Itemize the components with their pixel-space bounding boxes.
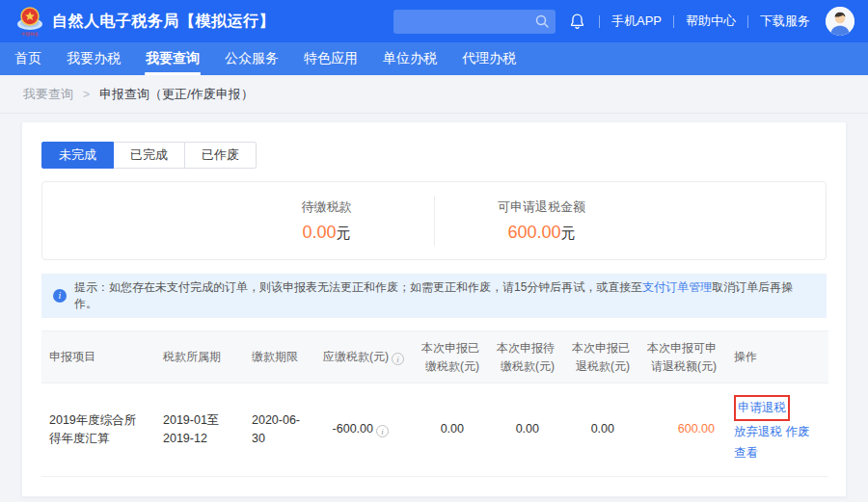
cell-paid: 0.00 bbox=[414, 383, 489, 477]
info-icon[interactable]: i bbox=[392, 353, 404, 365]
col-tax-due: 应缴税款(元)i bbox=[315, 331, 414, 383]
void-link[interactable]: 作废 bbox=[785, 425, 809, 438]
notification-bell-icon[interactable] bbox=[567, 13, 587, 30]
search-icon[interactable] bbox=[534, 13, 550, 33]
summary-panel: 待缴税款 0.00元 可申请退税金额 600.00元 bbox=[41, 181, 827, 260]
breadcrumb-parent[interactable]: 我要查询 bbox=[23, 86, 73, 103]
divider bbox=[673, 15, 674, 28]
info-icon: i bbox=[53, 289, 67, 303]
main-nav: 首页 我要办税 我要查询 公众服务 特色应用 单位办税 代理办税 bbox=[0, 42, 868, 75]
nav-unit-tax[interactable]: 单位办税 bbox=[370, 42, 449, 75]
cell-to-pay: 0.00 bbox=[489, 383, 564, 477]
annotation-highlight-box: 申请退税 bbox=[734, 395, 790, 421]
header-actions: 手机APP 帮助中心 下载服务 bbox=[393, 7, 854, 36]
waive-refund-link[interactable]: 放弃退税 bbox=[734, 425, 782, 438]
divider bbox=[599, 15, 600, 28]
tab-voided[interactable]: 已作废 bbox=[184, 142, 257, 169]
main-content: 未完成 已完成 已作废 待缴税款 0.00元 可申请退税金额 600.00元 i… bbox=[0, 114, 868, 497]
nav-handle-tax[interactable]: 我要办税 bbox=[54, 42, 133, 75]
cell-project: 2019年度综合所得年度汇算 bbox=[41, 383, 155, 477]
stat-refundable-amount: 可申请退税金额 600.00元 bbox=[435, 198, 649, 243]
col-deadline: 缴款期限 bbox=[244, 331, 315, 383]
divider bbox=[747, 15, 748, 28]
header-search[interactable] bbox=[393, 10, 556, 34]
nav-featured-apps[interactable]: 特色应用 bbox=[291, 42, 370, 75]
nav-home[interactable]: 首页 bbox=[2, 42, 54, 75]
stat-label: 待缴税款 bbox=[220, 198, 434, 216]
user-avatar[interactable] bbox=[826, 7, 854, 36]
payment-order-management-link[interactable]: 支付订单管理 bbox=[642, 280, 712, 294]
app-title: 自然人电子税务局【模拟运行】 bbox=[52, 12, 275, 32]
cell-refundable: 600.00 bbox=[639, 383, 726, 477]
tax-bureau-logo-icon: 中国税务 bbox=[15, 5, 44, 38]
link-help-center[interactable]: 帮助中心 bbox=[686, 13, 736, 30]
stat-value: 600.00元 bbox=[435, 223, 649, 243]
tab-unfinished[interactable]: 未完成 bbox=[41, 142, 114, 169]
col-refunded: 本次申报已退税款(元) bbox=[564, 331, 639, 383]
notice-bar: i 提示：如您存在未支付完成的订单，则该申报表无法更正和作废；如需更正和作废，请… bbox=[41, 274, 827, 318]
link-mobile-app[interactable]: 手机APP bbox=[611, 13, 662, 30]
stat-label: 可申请退税金额 bbox=[435, 198, 649, 216]
table-header-row: 申报项目 税款所属期 缴款期限 应缴税款(元)i 本次申报已缴税款(元) 本次申… bbox=[41, 331, 828, 383]
breadcrumb-separator: > bbox=[83, 88, 90, 101]
col-refundable: 本次申报可申请退税额(元) bbox=[639, 331, 726, 383]
brand: 中国税务 自然人电子税务局【模拟运行】 bbox=[15, 5, 275, 38]
notice-text: 提示：如您存在未支付完成的订单，则该申报表无法更正和作废；如需更正和作废，请15… bbox=[74, 279, 815, 312]
col-to-pay: 本次申报待缴税款(元) bbox=[489, 331, 564, 383]
table-row: 2019年度综合所得年度汇算 2019-01至2019-12 2020-06-3… bbox=[41, 383, 828, 477]
col-project: 申报项目 bbox=[41, 331, 155, 383]
nav-agent-tax[interactable]: 代理办税 bbox=[449, 42, 529, 75]
cell-tax-period: 2019-01至2019-12 bbox=[155, 383, 244, 477]
stat-tax-payable: 待缴税款 0.00元 bbox=[220, 198, 434, 243]
cell-operations: 申请退税 放弃退税 作废 查看 bbox=[726, 383, 828, 477]
status-tabs: 未完成 已完成 已作废 bbox=[41, 142, 827, 169]
col-tax-period: 税款所属期 bbox=[155, 331, 244, 383]
svg-text:中国税务: 中国税务 bbox=[21, 32, 40, 37]
app-header: 中国税务 自然人电子税务局【模拟运行】 手机APP 帮助中心 下载服务 bbox=[0, 0, 868, 42]
link-download-service[interactable]: 下载服务 bbox=[760, 13, 810, 30]
declaration-table: 申报项目 税款所属期 缴款期限 应缴税款(元)i 本次申报已缴税款(元) 本次申… bbox=[41, 330, 828, 477]
info-icon[interactable]: i bbox=[376, 425, 389, 437]
cell-deadline: 2020-06-30 bbox=[244, 383, 315, 477]
cell-refunded: 0.00 bbox=[564, 383, 639, 477]
content-card: 未完成 已完成 已作废 待缴税款 0.00元 可申请退税金额 600.00元 i… bbox=[21, 121, 847, 497]
stat-value: 0.00元 bbox=[220, 223, 434, 243]
nav-query[interactable]: 我要查询 bbox=[133, 42, 212, 75]
nav-public-service[interactable]: 公众服务 bbox=[212, 42, 291, 75]
col-paid: 本次申报已缴税款(元) bbox=[414, 331, 489, 383]
breadcrumb: 我要查询 > 申报查询（更正/作废申报） bbox=[0, 75, 868, 114]
cell-tax-due: -600.00i bbox=[315, 383, 414, 477]
view-link[interactable]: 查看 bbox=[734, 446, 758, 460]
breadcrumb-current: 申报查询（更正/作废申报） bbox=[99, 86, 254, 103]
tab-finished[interactable]: 已完成 bbox=[113, 142, 185, 169]
search-input[interactable] bbox=[393, 10, 556, 34]
apply-refund-link[interactable]: 申请退税 bbox=[738, 401, 786, 414]
col-operations: 操作 bbox=[726, 331, 828, 383]
